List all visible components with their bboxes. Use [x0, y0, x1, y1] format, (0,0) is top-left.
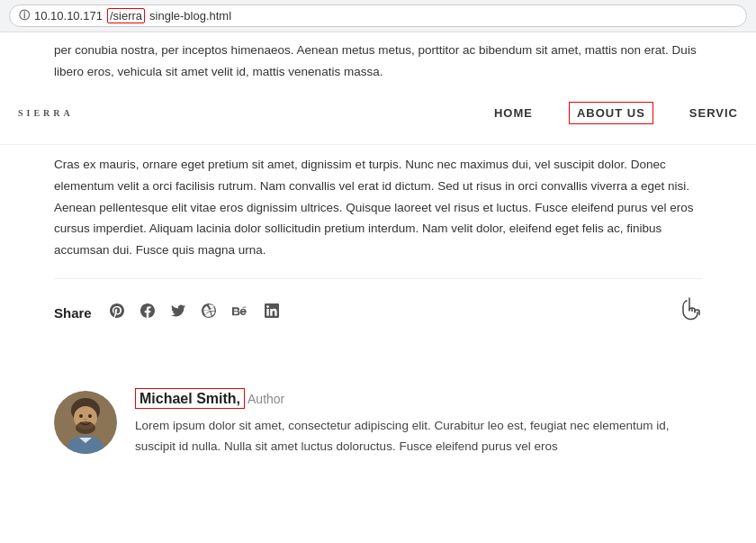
url-prefix: 10.10.10.171 — [34, 9, 103, 23]
pinterest-icon[interactable] — [110, 303, 124, 321]
svg-point-3 — [79, 414, 83, 418]
share-icons — [110, 303, 279, 321]
share-label: Share — [54, 305, 92, 321]
twitter-icon[interactable] — [171, 303, 185, 321]
author-info: Michael Smith,Author Lorem ipsum dolor s… — [135, 391, 702, 457]
author-avatar — [54, 391, 117, 454]
nav-item-home[interactable]: HOME — [494, 102, 533, 124]
author-bio: Lorem ipsum dolor sit amet, consectetur … — [135, 416, 702, 457]
logo-text: SIERRA — [18, 108, 74, 118]
site-logo[interactable]: SIERRA — [18, 108, 74, 118]
browser-bar: ⓘ 10.10.10.171/sierrasingle-blog.html — [0, 0, 756, 32]
navbar: SIERRA HOME ABOUT US SERVIC — [0, 82, 756, 145]
nav-item-about-us[interactable]: ABOUT US — [569, 102, 653, 124]
author-name-line: Michael Smith,Author — [135, 391, 702, 407]
url-sierra: /sierra — [107, 8, 145, 23]
info-icon: ⓘ — [19, 8, 30, 23]
main-paragraph: Cras ex mauris, ornare eget pretium sit … — [54, 154, 702, 260]
url-suffix: single-blog.html — [149, 9, 231, 23]
top-paragraph: per conubia nostra, per inceptos himenae… — [54, 40, 702, 82]
author-section: Michael Smith,Author Lorem ipsum dolor s… — [54, 382, 702, 466]
cursor-hand-icon — [682, 297, 702, 328]
nav-links: HOME ABOUT US SERVIC — [494, 102, 738, 124]
svg-point-5 — [76, 421, 95, 434]
behance-icon[interactable] — [232, 304, 248, 321]
main-content: Cras ex mauris, ornare eget pretium sit … — [0, 145, 756, 493]
dribbble-icon[interactable] — [202, 303, 216, 321]
share-section: Share — [54, 278, 702, 346]
address-bar[interactable]: ⓘ 10.10.10.171/sierrasingle-blog.html — [9, 5, 747, 27]
svg-point-4 — [88, 414, 92, 418]
nav-item-services[interactable]: SERVIC — [689, 102, 738, 124]
facebook-icon[interactable] — [140, 303, 155, 321]
linkedin-icon[interactable] — [265, 303, 279, 321]
author-name: Michael Smith, — [135, 388, 245, 409]
author-role: Author — [248, 392, 284, 406]
